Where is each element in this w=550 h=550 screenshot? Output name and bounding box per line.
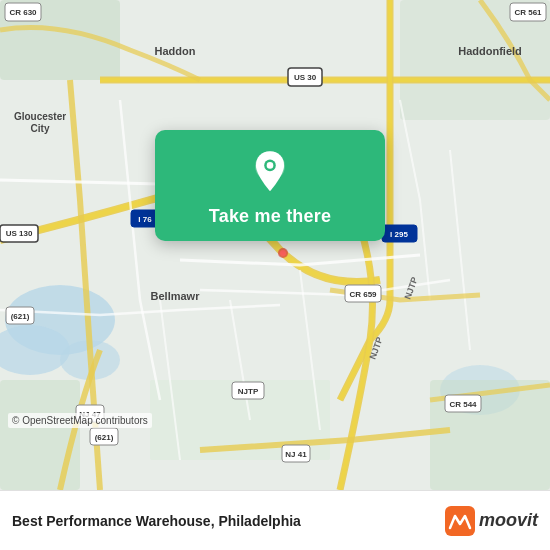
svg-text:Haddonfield: Haddonfield [458, 45, 522, 57]
location-info: Best Performance Warehouse, Philadelphia [12, 513, 301, 529]
svg-text:Gloucester: Gloucester [14, 111, 66, 122]
svg-text:I 76: I 76 [138, 215, 152, 224]
svg-point-47 [267, 162, 274, 169]
svg-rect-8 [0, 380, 80, 490]
svg-text:NJTP: NJTP [238, 387, 259, 396]
moovit-icon [445, 506, 475, 536]
svg-text:CR 544: CR 544 [449, 400, 477, 409]
svg-text:CR 561: CR 561 [514, 8, 542, 17]
map-container: CR 630 CR 561 US 30 I 76 US 130 I 295 NJ… [0, 0, 550, 490]
svg-rect-48 [445, 506, 475, 536]
svg-text:Haddon: Haddon [155, 45, 196, 57]
svg-text:US 130: US 130 [6, 229, 33, 238]
moovit-brand-name: moovit [479, 510, 538, 531]
action-button-label: Take me there [209, 206, 331, 227]
location-pin-icon [246, 148, 294, 196]
svg-text:CR 659: CR 659 [349, 290, 377, 299]
map-attribution: © OpenStreetMap contributors [8, 413, 152, 428]
svg-text:Bellmawr: Bellmawr [151, 290, 201, 302]
svg-point-44 [280, 250, 286, 256]
svg-text:City: City [31, 123, 50, 134]
bottom-bar: Best Performance Warehouse, Philadelphia… [0, 490, 550, 550]
location-name: Best Performance Warehouse, Philadelphia [12, 513, 301, 529]
svg-text:CR 630: CR 630 [9, 8, 37, 17]
svg-text:I 295: I 295 [390, 230, 408, 239]
svg-text:(621): (621) [11, 312, 30, 321]
action-card[interactable]: Take me there [155, 130, 385, 241]
svg-text:(621): (621) [95, 433, 114, 442]
moovit-logo: moovit [445, 506, 538, 536]
svg-text:NJ 41: NJ 41 [285, 450, 307, 459]
svg-text:US 30: US 30 [294, 73, 317, 82]
